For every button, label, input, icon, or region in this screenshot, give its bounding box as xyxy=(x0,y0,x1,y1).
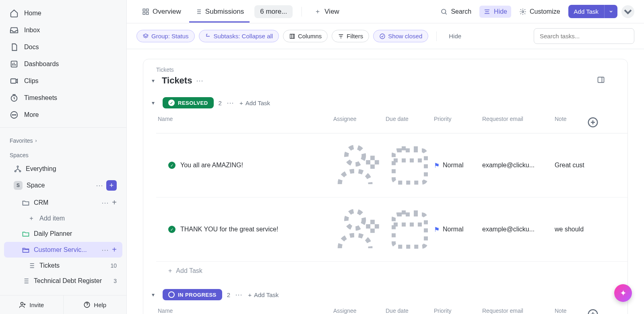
hide-button[interactable]: Hide xyxy=(479,6,511,18)
col-priority[interactable]: Priority xyxy=(434,116,482,129)
favorites-section[interactable]: Favorites› xyxy=(0,132,126,146)
pill-columns[interactable]: Columns xyxy=(283,30,328,42)
svg-point-19 xyxy=(380,34,385,39)
tree-tickets[interactable]: Tickets 10 xyxy=(4,258,122,273)
nav-label: Dashboards xyxy=(24,60,59,68)
svg-rect-13 xyxy=(147,9,149,11)
group-collapse[interactable]: ▾ xyxy=(148,98,158,108)
collapse-toggle[interactable]: ▾ xyxy=(148,76,158,85)
pill-group[interactable]: Group: Status xyxy=(136,30,195,42)
col-due[interactable]: Due date xyxy=(386,308,434,314)
col-notes[interactable]: Note xyxy=(555,116,587,129)
col-email[interactable]: Requestor email xyxy=(482,116,555,129)
more-icon[interactable]: ⋯ xyxy=(101,245,109,254)
filter-bar: Group: Status Subtasks: Collapse all Col… xyxy=(127,23,644,49)
tab-overview[interactable]: Overview xyxy=(136,1,187,22)
col-name[interactable]: Name xyxy=(156,116,333,129)
task-row[interactable]: ✓THANK YOU for the great service! ⚑Norma… xyxy=(156,198,627,262)
status-pill[interactable]: ✓RESOLVED xyxy=(163,97,214,108)
add-column-button[interactable] xyxy=(587,116,599,129)
col-notes[interactable]: Note xyxy=(555,308,587,314)
nav-clips[interactable]: Clips xyxy=(0,73,126,89)
count-badge: 3 xyxy=(114,278,117,284)
search-button[interactable]: Search xyxy=(436,6,475,18)
add-view-button[interactable]: +View xyxy=(308,1,345,22)
task-name: You all are AMAZING! xyxy=(180,162,243,169)
status-dot-icon[interactable]: ✓ xyxy=(168,226,175,233)
hide-icon xyxy=(483,8,491,15)
group-more-icon[interactable]: ⋯ xyxy=(235,290,243,299)
tree-everything[interactable]: Everything xyxy=(4,162,122,176)
count-badge: 10 xyxy=(110,262,117,269)
user-menu[interactable] xyxy=(621,5,634,18)
invite-button[interactable]: Invite xyxy=(0,295,63,314)
add-task-button[interactable]: Add Task xyxy=(568,5,617,18)
add-icon[interactable]: + xyxy=(112,198,117,207)
add-task-row[interactable]: +Add Task xyxy=(156,262,627,274)
pill-show-closed[interactable]: Show closed xyxy=(373,30,428,42)
tab-label: 6 more... xyxy=(260,8,287,16)
col-assignee[interactable]: Assignee xyxy=(333,308,386,314)
assignee-add-icon[interactable] xyxy=(333,249,386,256)
panel-icon[interactable] xyxy=(597,76,605,86)
add-icon[interactable]: + xyxy=(112,245,117,254)
button-label[interactable]: Add Task xyxy=(568,5,604,18)
col-priority[interactable]: Priority xyxy=(434,308,482,314)
notes-cell: we should xyxy=(555,226,587,233)
status-pill[interactable]: IN PROGRESS xyxy=(163,289,222,300)
list-card: Tickets ▾ Tickets ⋯ ▾ ✓RESOLVED 2 ⋯ +Add… xyxy=(143,59,628,314)
status-dot-icon[interactable]: ✓ xyxy=(168,162,175,169)
more-icon[interactable]: ⋯ xyxy=(101,198,109,207)
search-tasks-input[interactable] xyxy=(534,28,634,44)
calendar-icon[interactable] xyxy=(386,183,434,190)
columns-icon xyxy=(289,33,295,40)
tree-customer-service[interactable]: Customer Servic... ⋯ + xyxy=(4,242,122,258)
col-due[interactable]: Due date xyxy=(386,116,434,129)
add-task-dropdown[interactable] xyxy=(604,5,617,18)
tab-submissions[interactable]: Submissions xyxy=(189,1,250,22)
help-icon xyxy=(83,301,91,308)
pill-filters[interactable]: Filters xyxy=(332,30,369,42)
divider xyxy=(436,31,437,41)
tree-label: Technical Debt Register xyxy=(34,277,109,285)
nav-docs[interactable]: Docs xyxy=(0,39,126,56)
col-name[interactable]: Name xyxy=(156,308,333,314)
nav-more[interactable]: More xyxy=(0,106,126,123)
nav-dashboards[interactable]: Dashboards xyxy=(0,56,126,73)
col-assignee[interactable]: Assignee xyxy=(333,116,386,129)
tree-label: Customer Servic... xyxy=(34,246,97,254)
task-row[interactable]: ✓You all are AMAZING! ⚑Normal example@cl… xyxy=(156,133,627,198)
customize-button[interactable]: Customize xyxy=(515,6,564,18)
add-space-button[interactable]: + xyxy=(106,180,117,191)
group-add-task[interactable]: +Add Task xyxy=(248,291,279,298)
plus-icon: + xyxy=(248,291,252,298)
tree-space[interactable]: S Space ⋯ + xyxy=(4,177,122,194)
tree-daily-planner[interactable]: Daily Planner xyxy=(4,227,122,241)
assignee-add-icon[interactable] xyxy=(333,185,386,192)
nav-home[interactable]: Home xyxy=(0,5,126,22)
tree-crm[interactable]: CRM ⋯ + xyxy=(4,195,122,210)
ai-fab[interactable]: ✦ xyxy=(614,284,632,302)
tree-tech-debt[interactable]: Technical Debt Register 3 xyxy=(4,274,122,288)
more-icon[interactable]: ⋯ xyxy=(96,181,104,190)
calendar-icon[interactable] xyxy=(386,247,434,254)
folder-icon xyxy=(22,199,30,207)
hide-link[interactable]: Hide xyxy=(445,30,465,42)
add-column-button[interactable] xyxy=(587,308,599,314)
svg-point-17 xyxy=(522,10,524,12)
pill-label: Columns xyxy=(298,33,322,40)
tree-add-item[interactable]: + Add item xyxy=(4,211,122,226)
col-email[interactable]: Requestor email xyxy=(482,308,555,314)
list-more-icon[interactable]: ⋯ xyxy=(196,76,204,85)
breadcrumb[interactable]: Tickets xyxy=(143,67,627,73)
nav-inbox[interactable]: Inbox xyxy=(0,22,126,39)
group-add-task[interactable]: +Add Task xyxy=(239,100,270,106)
tab-more[interactable]: 6 more... xyxy=(254,5,293,18)
svg-point-24 xyxy=(347,211,364,229)
pill-subtasks[interactable]: Subtasks: Collapse all xyxy=(199,30,279,42)
group-more-icon[interactable]: ⋯ xyxy=(227,98,235,107)
help-button[interactable]: Help xyxy=(63,295,127,314)
nav-timesheets[interactable]: Timesheets xyxy=(0,89,126,106)
tree-label: Daily Planner xyxy=(34,230,117,237)
group-collapse[interactable]: ▾ xyxy=(148,290,158,299)
